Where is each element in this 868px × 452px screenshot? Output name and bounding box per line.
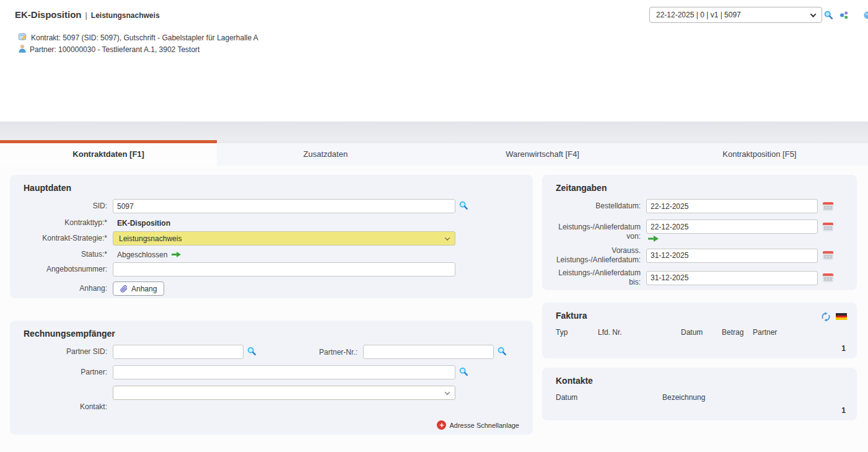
tab-band [0,122,868,140]
anhang-button-label: Anhang [131,285,157,293]
partner-sid-label: Partner SID: [20,347,113,357]
faktura-col-partner: Partner [753,328,777,337]
kontakt-row: Kontakt: [20,402,523,412]
vorauss-anlieferdatum-input[interactable] [646,249,818,263]
hauptdaten-panel: Hauptdaten SID: Kontrakttyp:* EK-Disposi… [10,175,533,298]
contract-edit-icon [19,33,27,43]
angebotsnummer-input[interactable] [113,262,455,277]
partner-sid-row: Partner SID: Partner-Nr.: [20,345,523,359]
partner-search-icon[interactable] [459,367,468,378]
status-value: Abgeschlossen [117,250,167,259]
kontakte-col-datum: Datum [556,393,662,402]
kontrakt-info-line: Kontrakt: 5097 (SID: 5097), Gutschrift -… [19,32,258,43]
partner-info-text: Partner: 100000030 - Testlieferant A.1, … [30,45,199,54]
globe-icon[interactable] [864,11,868,19]
faktura-panel: Faktura Typ Lfd. Nr. Datum [542,303,857,358]
tab-warenwirtschaft[interactable]: Warenwirtschaft [F4] [434,140,651,166]
faktura-title: Faktura [556,311,587,321]
bestelldatum-label: Bestelldatum: [552,202,646,211]
kontakte-panel: Kontakte Datum Bezeichnung 1 [542,368,857,420]
calendar-icon[interactable] [823,223,833,231]
anlieferdatum-von-row: Leistungs-/Anlieferdatum von: [552,219,847,244]
status-row: Status:* Abgeschlossen [20,250,523,259]
faktura-col-lfd-nr: Lfd. Nr. [598,328,681,337]
strategie-label: Kontrakt-Strategie:* [20,234,113,243]
partner-sid-search-icon[interactable] [247,347,256,357]
anhang-label: Anhang: [20,284,113,293]
chevron-down-icon [810,11,817,17]
anlieferdatum-bis-label: Leistungs-/Anlieferdatum bis: [552,268,646,287]
search-icon[interactable] [824,11,833,19]
version-select-value: 22-12-2025 | 0 | v1 | 5097 [656,11,811,19]
partner-nr-input[interactable] [363,345,494,359]
kontrakttyp-label: Kontrakttyp:* [20,218,113,228]
calendar-icon[interactable] [823,251,833,260]
vorauss-anlieferdatum-row: Vorauss. Leistungs-/Anlieferdatum: [552,246,847,265]
partner-nr-search-icon[interactable] [498,347,506,357]
tab-kontraktdaten[interactable]: Kontraktdaten [F1] [0,140,217,166]
faktura-col-datum: Datum [681,328,722,337]
refresh-icon[interactable] [821,312,831,322]
tab-zusatzdaten[interactable]: Zusatzdaten [217,140,434,166]
ek-disposition-page: EK-Disposition | Leistungsnachweis Kontr… [0,0,868,452]
view-title: Leistungsnachweis [91,11,160,20]
context-info: Kontrakt: 5097 (SID: 5097), Gutschrift -… [19,32,258,55]
kontakte-table-header: Datum Bezeichnung [556,393,847,402]
anhang-button[interactable]: Anhang [113,281,164,296]
sid-label: SID: [20,202,113,211]
vorauss-anlieferdatum-label: Vorauss. Leistungs-/Anlieferdatum: [552,246,646,265]
calendar-icon[interactable] [823,202,833,211]
angebotsnummer-label: Angebotsnummer: [20,265,113,274]
angebotsnummer-row: Angebotsnummer: [20,262,523,277]
partner-info-line: Partner: 100000030 - Testlieferant A.1, … [19,43,258,55]
faktura-col-betrag: Betrag [722,328,753,337]
partner-address-select[interactable] [113,386,455,400]
status-label: Status:* [20,250,113,259]
strategie-select[interactable]: Leistungsnachweis [113,231,455,246]
partner-label: Partner: [20,368,113,377]
copy-date-arrow-icon[interactable] [648,235,833,244]
german-flag-icon[interactable] [836,313,847,320]
kontrakttyp-value: EK-Disposition [117,219,170,228]
partner-sid-input[interactable] [113,345,243,359]
sid-search-icon[interactable] [459,201,468,211]
partner-address-row [20,386,523,400]
anlieferdatum-von-input[interactable] [646,219,818,234]
calendar-icon[interactable] [823,273,833,282]
strategie-select-value: Leistungsnachweis [119,234,445,243]
partner-input[interactable] [113,365,455,379]
partner-row: Partner: [20,365,523,379]
anlieferdatum-bis-input[interactable] [646,271,818,285]
add-address-icon[interactable] [437,420,446,430]
tab-bar: Kontraktdaten [F1] Zusatzdaten Warenwirt… [0,140,868,166]
page-title: EK-Disposition | Leistungsnachweis [15,9,160,20]
zeitangaben-title: Zeitangaben [556,183,847,193]
faktura-col-typ: Typ [556,328,598,337]
faktura-count: 1 [841,344,846,353]
status-next-arrow-icon[interactable] [172,252,181,257]
sid-row: SID: [20,199,523,213]
kontakt-label: Kontakt: [20,402,113,412]
sid-input[interactable] [113,199,455,213]
rechnungsempfaenger-title: Rechnungsempfänger [24,329,523,339]
page-header: EK-Disposition | Leistungsnachweis Kontr… [0,0,868,122]
zeitangaben-panel: Zeitangaben Bestelldatum: Leistungs-/Anl… [542,175,857,290]
tab-kontraktposition[interactable]: Kontraktposition [F5] [651,140,868,166]
chevron-down-icon [445,389,450,394]
bestelldatum-input[interactable] [646,199,818,213]
kontrakt-info-text: Kontrakt: 5097 (SID: 5097), Gutschrift -… [31,33,258,42]
kontakte-title: Kontakte [556,376,593,386]
hauptdaten-title: Hauptdaten [24,183,523,193]
anlieferdatum-bis-row: Leistungs-/Anlieferdatum bis: [552,268,847,287]
share-icon[interactable] [840,11,848,19]
header-toolbar [824,11,868,19]
app-title: EK-Disposition [15,9,82,20]
anhang-row: Anhang: Anhang [20,281,523,296]
version-select[interactable]: 22-12-2025 | 0 | v1 | 5097 [649,7,822,23]
kontakte-col-bezeichnung: Bezeichnung [662,393,705,402]
person-icon [19,45,26,55]
rechnungsempfaenger-panel: Rechnungsempfänger Partner SID: Partner-… [10,321,533,435]
adresse-schnellanlage[interactable]: Adresse Schnellanlage [20,420,523,430]
strategie-row: Kontrakt-Strategie:* Leistungsnachweis [20,231,523,246]
adresse-schnellanlage-label: Adresse Schnellanlage [449,422,519,429]
